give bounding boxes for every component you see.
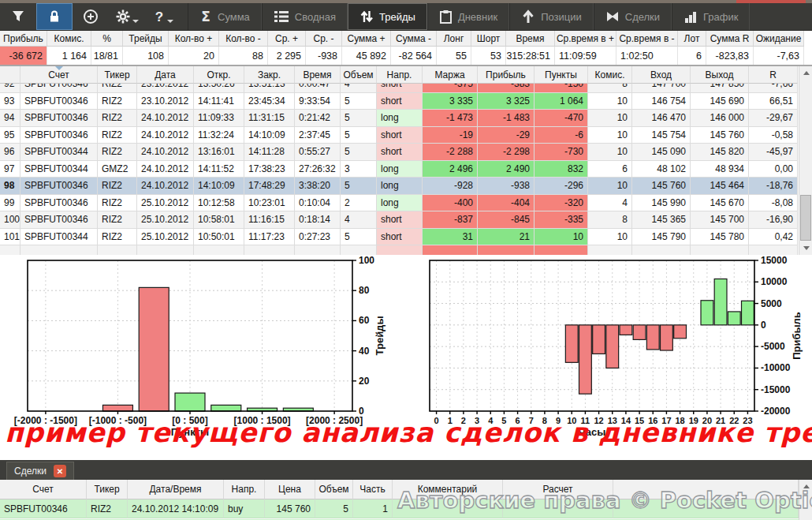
table-row[interactable]: 99SPBFUT00346RIZ225.10.201210:12:5810:23…: [0, 195, 799, 212]
trades-scrollbar[interactable]: [799, 66, 812, 255]
deals-column-header[interactable]: Объем: [315, 480, 353, 499]
table-row[interactable]: 93SPBFUT00346RIZ223.10.201214:11:4123:45…: [0, 93, 799, 110]
column-header-Вход[interactable]: Вход: [632, 66, 691, 84]
bar-chart-icon: [683, 9, 698, 24]
table-row[interactable]: 100SPBFUT00346RIZ225.10.201210:58:0111:1…: [0, 211, 799, 229]
column-header-Тикер[interactable]: Тикер: [98, 66, 137, 84]
cell-account: SPBFUT00344: [20, 144, 98, 161]
cell-time: 0:55:27: [295, 144, 341, 161]
tab-deals[interactable]: Сделки: [594, 3, 672, 30]
cell-profit: 3 325: [478, 93, 535, 110]
cell-r: 0,00: [749, 161, 798, 178]
table-row[interactable]: 98SPBFUT00346RIZ224.10.201214:10:0917:48…: [0, 178, 799, 195]
deals-tab[interactable]: Сделки ✕: [6, 462, 74, 480]
deals-tab-label: Сделки: [14, 466, 47, 477]
column-header-Откр.[interactable]: Откр.: [194, 66, 244, 84]
deals-column-header[interactable]: Напр.: [224, 480, 265, 499]
tab-clipboard[interactable]: Дневник: [427, 3, 509, 30]
summary-value-cell: 88: [219, 47, 268, 65]
column-header-Напр.[interactable]: Напр.: [377, 66, 423, 84]
deals-cell: SPBFUT00346: [0, 499, 87, 518]
scrollbar-thumb[interactable]: [800, 195, 811, 241]
cell-close: 17:38:23: [244, 161, 295, 178]
deals-column-header[interactable]: Тикер: [87, 480, 128, 499]
cell-date: 23.10.2012: [137, 93, 194, 110]
cell-account: SPBFUT00346: [20, 211, 98, 229]
add-circle-button[interactable]: [73, 3, 109, 30]
summary-header-cell: Сумма R: [706, 31, 754, 47]
cell-points: -320: [535, 195, 588, 212]
tab-arrows-up-down[interactable]: Трейды: [348, 3, 427, 30]
cell-profit: 21: [478, 229, 535, 246]
cell-volume: 5: [341, 178, 377, 195]
help-question-button[interactable]: ?: [145, 3, 181, 30]
table-row[interactable]: 95SPBFUT00346RIZ224.10.201211:32:2414:10…: [0, 127, 799, 144]
column-header-Закр.[interactable]: Закр.: [244, 66, 295, 84]
cell-points: -6: [535, 127, 588, 144]
cell-dir: long: [377, 110, 423, 127]
cell-profit: -29: [478, 127, 535, 144]
tab-list[interactable]: Сводная: [262, 3, 348, 30]
column-header-num[interactable]: [0, 66, 20, 84]
tab-bar-chart[interactable]: График: [672, 3, 750, 30]
lock-button[interactable]: [36, 3, 73, 30]
close-icon[interactable]: ✕: [54, 465, 66, 477]
table-row[interactable]: 94SPBFUT00346RIZ224.10.201211:09:3311:31…: [0, 110, 799, 127]
cell-open: 14:11:52: [194, 161, 244, 178]
table-row[interactable]: 97SPBFUT00344GMZ224.10.201214:11:5217:38…: [0, 161, 799, 178]
cell-comis: 10: [588, 127, 632, 144]
cell-r: -18,76: [749, 178, 798, 195]
cell-comis: 8: [588, 84, 632, 93]
cell-time: 0:27:23: [295, 229, 341, 246]
cell-time: 0:10:04: [295, 195, 341, 212]
cell-points: -296: [535, 178, 588, 195]
summary-header-cell: Лонг: [437, 31, 471, 47]
cell-open: 10:50:01: [194, 229, 244, 246]
scroll-down-icon[interactable]: [799, 241, 812, 255]
cell-date: 25.10.2012: [137, 229, 194, 246]
cell-date: [137, 245, 194, 255]
cell-r: [749, 245, 798, 255]
column-header-R[interactable]: R: [749, 66, 798, 84]
scroll-up-icon[interactable]: [799, 66, 812, 80]
summary-header-cell: Ср.время в +: [555, 31, 616, 47]
column-header-Маржа[interactable]: Маржа: [423, 66, 478, 84]
cell-entry: 146 754: [632, 93, 691, 110]
cell-entry: 145 760: [632, 178, 691, 195]
table-row[interactable]: 92SPBFUT00346RIZ223.10.201213:50:2613:51…: [0, 84, 799, 93]
cell-dir: short: [377, 84, 423, 93]
cell-date: 24.10.2012: [137, 144, 194, 161]
filter-button[interactable]: [0, 3, 36, 30]
cell-close: 11:17:23: [244, 229, 295, 246]
cell-account: SPBFUT00344: [20, 161, 98, 178]
column-header-Пункты[interactable]: Пункты: [535, 66, 588, 84]
deals-column-header[interactable]: Счет: [0, 480, 87, 499]
cell-volume: 4: [341, 84, 377, 93]
summary-header-cell: Ср. -: [306, 31, 342, 47]
tab-arrow-up[interactable]: Позиции: [509, 3, 594, 30]
table-row[interactable]: 96SPBFUT00344RIZ224.10.201213:16:0114:11…: [0, 144, 799, 161]
cell-profit: 2 490: [478, 161, 535, 178]
settings-gear-button[interactable]: [109, 3, 145, 30]
summary-header-row: ПрибыльКомис.%ТрейдыКол-во +Кол-во -Ср. …: [0, 31, 812, 47]
summary-value-cell: 1 164: [47, 47, 91, 65]
column-header-Дата[interactable]: Дата: [137, 66, 194, 84]
tab-sigma[interactable]: ΣСумма: [188, 3, 262, 30]
deals-column-header[interactable]: Цена: [265, 480, 315, 499]
column-header-Прибыль[interactable]: Прибыль: [478, 66, 535, 84]
column-header-Объем[interactable]: Объем: [341, 66, 377, 84]
cell-open: 14:11:41: [194, 93, 244, 110]
cell-points: [535, 245, 588, 255]
column-header-Комис.[interactable]: Комис.: [588, 66, 632, 84]
table-row[interactable]: 101SPBFUT00344RIZ225.10.201210:50:0111:1…: [0, 229, 799, 246]
cell-volume: 5: [341, 93, 377, 110]
column-header-Счет[interactable]: Счет: [20, 66, 98, 84]
cell-exit: 147 850: [691, 84, 749, 93]
deals-column-header[interactable]: Дата/Время: [128, 480, 224, 499]
column-header-Выход[interactable]: Выход: [691, 66, 749, 84]
column-header-Время[interactable]: Время: [295, 66, 341, 84]
cell-r: -7,66: [749, 84, 798, 93]
deals-column-header[interactable]: Часть: [353, 480, 393, 499]
main-toolbar: ? ΣСуммаСводнаяТрейдыДневникПозицииСделк…: [0, 3, 812, 31]
window-close-button[interactable]: [736, 0, 806, 3]
